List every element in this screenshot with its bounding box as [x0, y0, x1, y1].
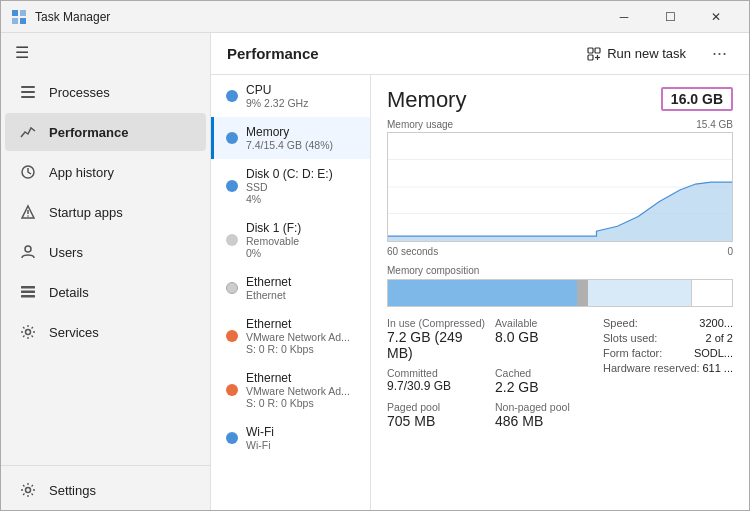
- content-body: CPU 9% 2.32 GHz Memory 7.4/15.4 GB (48%)…: [211, 75, 749, 510]
- ethernet2-dot: [226, 384, 238, 396]
- run-task-label: Run new task: [607, 46, 686, 61]
- disk1-name: Disk 1 (F:): [246, 221, 301, 235]
- services-icon: [19, 323, 37, 341]
- disk1-sub: Removable0%: [246, 235, 301, 259]
- non-paged-label: Non-paged pool: [495, 401, 595, 413]
- svg-rect-13: [21, 291, 35, 294]
- details-label: Details: [49, 285, 89, 300]
- sidebar-item-processes[interactable]: Processes: [5, 73, 206, 111]
- hw-reserved-val: 611 ...: [702, 362, 733, 374]
- settings-label: Settings: [49, 483, 96, 498]
- svg-rect-1: [20, 10, 26, 16]
- window-title: Task Manager: [35, 10, 601, 24]
- performance-icon: [19, 123, 37, 141]
- in-use-value: 7.2 GB (249 MB): [387, 329, 487, 361]
- svg-rect-6: [21, 96, 35, 98]
- svg-rect-12: [21, 286, 35, 289]
- processes-label: Processes: [49, 85, 110, 100]
- close-button[interactable]: ✕: [693, 1, 739, 33]
- sidebar-item-services[interactable]: Services: [5, 313, 206, 351]
- sidebar-item-app-history[interactable]: App history: [5, 153, 206, 191]
- disk0-name: Disk 0 (C: D: E:): [246, 167, 333, 181]
- cpu-dot: [226, 90, 238, 102]
- comp-in-use: [388, 280, 577, 306]
- sidebar-item-settings[interactable]: Settings: [5, 471, 206, 509]
- wifi-dot: [226, 432, 238, 444]
- perf-item-ethernet2[interactable]: Ethernet VMware Network Ad...S: 0 R: 0 K…: [211, 363, 370, 417]
- ethernet2-sub: VMware Network Ad...S: 0 R: 0 Kbps: [246, 385, 350, 409]
- services-label: Services: [49, 325, 99, 340]
- sidebar-item-startup-apps[interactable]: Startup apps: [5, 193, 206, 231]
- stats-grid: In use (Compressed) 7.2 GB (249 MB) Avai…: [387, 317, 595, 429]
- in-use-stat: In use (Compressed) 7.2 GB (249 MB): [387, 317, 487, 361]
- ethernet1-name: Ethernet: [246, 317, 350, 331]
- chart-label-bottom: 60 seconds 0: [387, 246, 733, 257]
- in-use-label: In use (Compressed): [387, 317, 487, 329]
- startup-icon: [19, 203, 37, 221]
- cpu-name: CPU: [246, 83, 308, 97]
- form-key: Form factor:: [603, 347, 662, 359]
- slots-key: Slots used:: [603, 332, 657, 344]
- disk1-dot: [226, 234, 238, 246]
- content-header: Performance Run new task ···: [211, 33, 749, 75]
- ethernet0-dot: [226, 282, 238, 294]
- cpu-sub: 9% 2.32 GHz: [246, 97, 308, 109]
- content-title: Performance: [227, 45, 319, 62]
- form-val: SODL...: [694, 347, 733, 359]
- maximize-button[interactable]: ☐: [647, 1, 693, 33]
- main-container: ☰ Processes Performance: [1, 33, 749, 510]
- right-stats: Speed: 3200... Slots used: 2 of 2 Form f…: [603, 317, 733, 429]
- svg-rect-2: [12, 18, 18, 24]
- sidebar-item-users[interactable]: Users: [5, 233, 206, 271]
- memory-dot: [226, 132, 238, 144]
- perf-item-disk1[interactable]: Disk 1 (F:) Removable0%: [211, 213, 370, 267]
- svg-rect-4: [21, 86, 35, 88]
- committed-stat: Committed 9.7/30.9 GB: [387, 367, 487, 395]
- hamburger-menu[interactable]: ☰: [1, 33, 210, 72]
- window-controls: ─ ☐ ✕: [601, 1, 739, 33]
- wifi-sub: Wi-Fi: [246, 439, 274, 451]
- slots-val: 2 of 2: [705, 332, 733, 344]
- more-options-button[interactable]: ···: [706, 41, 733, 66]
- chart-label-top: Memory usage 15.4 GB: [387, 119, 733, 130]
- header-actions: Run new task ···: [579, 41, 733, 66]
- memory-usage-chart: [387, 132, 733, 242]
- app-history-label: App history: [49, 165, 114, 180]
- paged-pool-stat: Paged pool 705 MB: [387, 401, 487, 429]
- svg-point-11: [25, 246, 31, 252]
- perf-item-memory[interactable]: Memory 7.4/15.4 GB (48%): [211, 117, 370, 159]
- app-icon: [11, 9, 27, 25]
- paged-pool-label: Paged pool: [387, 401, 487, 413]
- cached-label: Cached: [495, 367, 595, 379]
- sidebar-item-performance[interactable]: Performance: [5, 113, 206, 151]
- hw-reserved-row: Hardware reserved: 611 ...: [603, 362, 733, 374]
- users-icon: [19, 243, 37, 261]
- memory-stats: In use (Compressed) 7.2 GB (249 MB) Avai…: [387, 317, 733, 429]
- performance-list: CPU 9% 2.32 GHz Memory 7.4/15.4 GB (48%)…: [211, 75, 371, 510]
- memory-composition-bar: [387, 279, 733, 307]
- memory-usage-label: Memory usage: [387, 119, 453, 130]
- app-history-icon: [19, 163, 37, 181]
- perf-item-cpu[interactable]: CPU 9% 2.32 GHz: [211, 75, 370, 117]
- detail-header: Memory 16.0 GB: [387, 87, 733, 113]
- paged-pool-value: 705 MB: [387, 413, 487, 429]
- sidebar-item-details[interactable]: Details: [5, 273, 206, 311]
- perf-item-disk0[interactable]: Disk 0 (C: D: E:) SSD4%: [211, 159, 370, 213]
- perf-item-ethernet0[interactable]: Ethernet Ethernet: [211, 267, 370, 309]
- svg-point-15: [26, 330, 31, 335]
- perf-item-ethernet1[interactable]: Ethernet VMware Network Ad...S: 0 R: 0 K…: [211, 309, 370, 363]
- svg-rect-3: [20, 18, 26, 24]
- title-bar: Task Manager ─ ☐ ✕: [1, 1, 749, 33]
- cached-value: 2.2 GB: [495, 379, 595, 395]
- perf-item-wifi[interactable]: Wi-Fi Wi-Fi: [211, 417, 370, 459]
- minimize-button[interactable]: ─: [601, 1, 647, 33]
- non-paged-pool-stat: Non-paged pool 486 MB: [495, 401, 595, 429]
- committed-label: Committed: [387, 367, 487, 379]
- svg-rect-0: [12, 10, 18, 16]
- memory-name: Memory: [246, 125, 333, 139]
- run-new-task-button[interactable]: Run new task: [579, 42, 694, 65]
- speed-row: Speed: 3200...: [603, 317, 733, 329]
- cached-stat: Cached 2.2 GB: [495, 367, 595, 395]
- speed-key: Speed:: [603, 317, 638, 329]
- composition-label: Memory composition: [387, 265, 733, 276]
